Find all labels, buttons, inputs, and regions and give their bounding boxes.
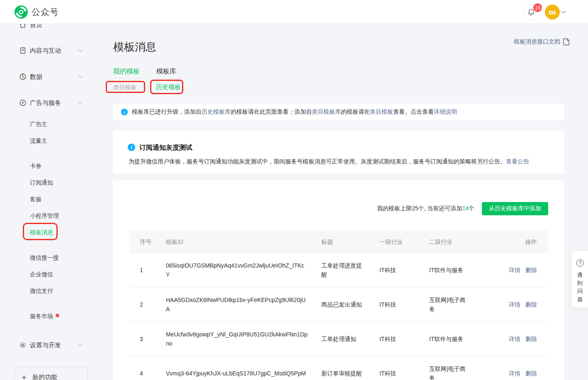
divider [30,246,87,246]
history-library-link[interactable]: 历史模板库 [202,108,231,115]
tabs-divider [113,78,564,79]
info-icon: i [128,144,135,151]
delete-link[interactable]: 删除 [525,336,537,342]
sidebar-item-data[interactable]: 数据 [0,72,103,82]
page-title: 模板消息 [113,40,156,54]
table-header-row: 序号 模板ID 标题 一级行业 二级行业 操作 [129,230,548,253]
sidebar-item-wechat-search[interactable]: 微信搜一搜 [30,254,59,262]
template-subtabs: 类目模板 历史模板 [113,83,181,91]
sidebar-item-wechat-pay[interactable]: 微信支付 [30,287,53,295]
info-icon: i [121,109,128,115]
category-library-link[interactable]: 类目模板库 [312,108,341,115]
tab-template-library[interactable]: 模板库 [156,67,176,82]
avatar-symbol: ∞ [549,7,556,17]
gray-test-desc: 为提升微信用户体验，服务号订阅通知功能灰度测试中，期间服务号模板消息可正常使用。… [129,158,506,165]
wechat-mp-admin: 公众号 15 ∞ 首页 内容与互 [0,0,588,380]
service-market-red-dot [56,314,59,317]
question-icon: ? [576,259,584,267]
account-avatar[interactable]: ∞ [545,5,560,19]
sidebar-item-subscribe-notice[interactable]: 订阅通知 [30,179,53,187]
content-icon [19,47,27,54]
quota-text: 我的模板上限25个, 当前还可添加14个 [377,205,474,212]
plus-icon: ＋ [20,373,28,380]
my-templates-card: 我的模板上限25个, 当前还可添加14个 从历史模板库中添加 序号 模板ID 标… [113,180,564,380]
sidebar-item-work-wechat[interactable]: 企业微信 [30,271,53,278]
help-widget-label: 遇到问题 [577,271,583,303]
col-header-actions: 操作 [489,237,548,246]
gray-test-card: i 订阅通知灰度测试 前往订阅通知 为提升微信用户体验，服务号订阅通知功能灰度测… [113,131,564,174]
wechat-mp-logo-icon [14,5,28,19]
new-features-button[interactable]: ＋ 新的功能 [15,367,87,380]
tab-my-templates[interactable]: 我的模板 [113,67,140,82]
document-icon [563,38,570,46]
col-header-title: 标题 [321,237,379,246]
chevron-down-icon [78,343,83,347]
col-header-industry1: 一级行业 [379,237,429,246]
detail-link[interactable]: 详情 [509,336,520,342]
divider [15,38,87,38]
notice-text: 模板库已进行升级，添加自 [132,108,202,115]
table-row: 1 065isqIOU7GSMBpNyAq41vvGm2JwljuUeIOhZ_… [129,253,548,287]
chevron-up-icon [78,101,83,105]
upgrade-notice-bar: i 模板库已进行升级，添加自历史模板库的模板请在此页面查看；添加自类目模板库的模… [113,104,564,120]
chevron-down-icon [78,49,83,52]
data-chart-icon [19,73,27,80]
sidebar-item-miniprogram[interactable]: 小程序管理 [30,212,59,220]
divider [15,90,87,90]
template-tabs: 我的模板 模板库 [113,67,176,82]
chevron-down-icon [78,75,83,78]
template-table: 序号 模板ID 标题 一级行业 二级行业 操作 1 065isqIOU7GSMB… [129,230,548,380]
sidebar-nav: 首页 内容与互动 数据 广告与服务 [0,0,103,380]
col-header-no: 序号 [129,237,166,246]
table-row: 3 MeUcfw3v8gowpY_yNl_GqUIP8U51GU2kAkwFNn… [129,322,548,356]
brand-name: 公众号 [32,6,59,18]
gear-icon [19,341,27,349]
subtab-history-template[interactable]: 历史模板 [156,83,181,91]
sidebar-item-advertiser[interactable]: 广告主 [30,121,47,128]
subtab-divider [148,84,148,91]
divider [30,303,87,304]
top-header: 公众号 15 ∞ [0,0,588,24]
notification-count-badge: 15 [533,3,542,12]
view-announcement-link[interactable]: 查看公告 [506,158,529,165]
sidebar-item-service-market[interactable]: 服务市场 [30,313,53,320]
col-header-template-id: 模板ID [166,237,321,246]
divider [15,63,87,64]
divider [15,330,87,331]
category-template-link[interactable]: 类目模板 [370,108,393,115]
sidebar-item-traffic[interactable]: 流量主 [30,137,47,145]
detail-link[interactable]: 详情 [509,370,520,377]
table-row: 2 HAA5GDxoZK6lNwPUDtkp1bv-yFeKEPcpZg9Ul6… [129,287,548,322]
api-doc-link[interactable]: 模板消息接口文档 [514,38,570,46]
sidebar-item-cards[interactable]: 卡券 [30,163,41,170]
sidebar-item-settings-dev[interactable]: 设置与开发 [0,340,103,350]
divider [30,153,87,153]
detail-link[interactable]: 详情 [509,301,520,308]
brand[interactable]: 公众号 [14,5,59,19]
table-row: 4 Vvmq3-64YjpuyKhJX-uLbEqS178U7gpC_Msiti… [129,356,548,380]
col-header-industry2: 二级行业 [429,237,489,246]
sidebar-item-content-interaction[interactable]: 内容与互动 [0,46,103,56]
delete-link[interactable]: 删除 [525,370,537,377]
subtab-category-template[interactable]: 类目模板 [113,84,136,91]
sidebar-item-customer-service[interactable]: 客服 [30,196,41,203]
detail-link[interactable]: 详情 [509,267,520,273]
sidebar-item-ads-services[interactable]: 广告与服务 [0,98,103,108]
quota-count: 14 [462,205,469,212]
delete-link[interactable]: 删除 [525,267,537,273]
help-widget[interactable]: ? 遇到问题 [571,251,588,308]
compass-icon [19,99,27,107]
gray-test-title: 订阅通知灰度测试 [139,144,192,152]
account-menu-chevron-down-icon[interactable] [561,10,566,14]
delete-link[interactable]: 删除 [525,301,537,308]
detail-doc-link[interactable]: 详细说明 [434,108,457,115]
add-from-history-library-button[interactable]: 从历史模板库中添加 [482,202,548,215]
sidebar-item-template-message[interactable]: 模板消息 [30,229,53,236]
